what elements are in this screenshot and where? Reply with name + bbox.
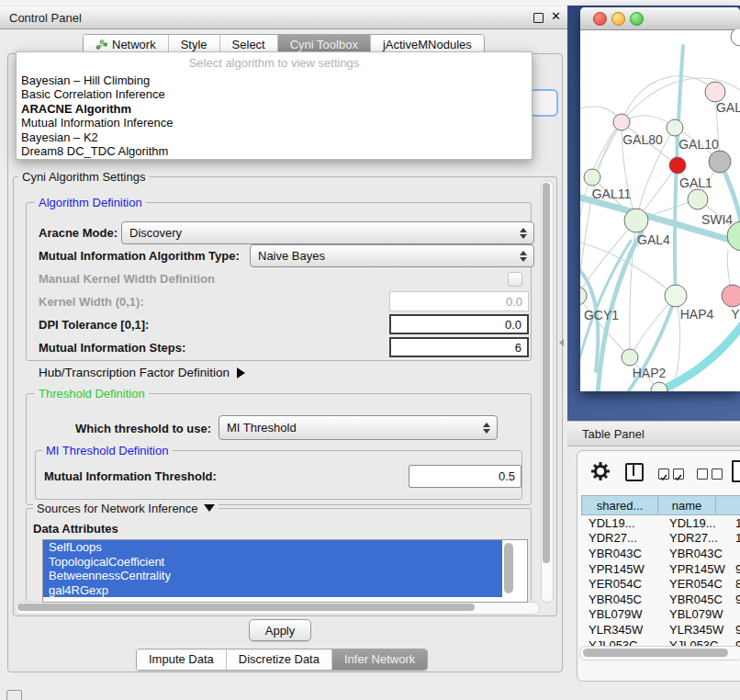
table-cell: YPR145W <box>581 561 664 577</box>
which-threshold-dropdown[interactable]: MI Threshold <box>219 415 498 440</box>
algorithm-option-bayesian-k2[interactable]: Bayesian – K2 <box>17 130 532 144</box>
sources-group-title[interactable]: Sources for Network Inference <box>33 502 219 515</box>
network-node-hap4[interactable] <box>665 285 687 307</box>
mi-type-value: Naive Bayes <box>258 249 325 263</box>
column-header-2[interactable]: name <box>657 495 715 515</box>
table-hscrollbar[interactable] <box>579 646 740 660</box>
network-node[interactable] <box>731 29 740 46</box>
network-node[interactable] <box>709 151 731 173</box>
splitter-collapse-arrow-icon[interactable] <box>559 339 564 346</box>
attribute-item-topologicalcoefficient[interactable]: TopologicalCoefficient <box>43 555 502 570</box>
network-view-window: GALGAL80GAL10GAL11GAL1GAL4SWI4GCY1HAP4YH… <box>580 7 740 391</box>
sources-title-label: Sources for Network Inference <box>37 502 198 515</box>
manual-kernel-checkbox[interactable] <box>508 272 522 287</box>
hub-definition-toggle[interactable]: Hub/Transcription Factor Definition <box>39 366 245 379</box>
tab-label: Impute Data <box>149 649 214 670</box>
table-row[interactable]: YDL19...YDL19...13 <box>581 515 740 531</box>
table-cell: YDL19... <box>664 515 726 531</box>
deselect-all-columns-icon[interactable] <box>697 469 723 480</box>
network-node[interactable] <box>669 157 686 174</box>
table-row[interactable]: YBR043CYBR043C <box>581 546 740 561</box>
algorithm-option-basic-correlation-inference[interactable]: Basic Correlation Inference <box>17 87 532 101</box>
table-cell: YDR27... <box>664 531 726 547</box>
close-traffic-light-icon[interactable] <box>593 12 607 26</box>
tab-impute-data[interactable]: Impute Data <box>137 649 227 670</box>
mi-type-dropdown[interactable]: Naive Bayes <box>250 244 534 267</box>
apply-button[interactable]: Apply <box>249 619 311 641</box>
zoom-traffic-light-icon[interactable] <box>630 12 644 26</box>
table-row[interactable]: YPR145WYPR145W9. <box>581 561 740 577</box>
table-cell: YBR045C <box>664 592 726 607</box>
node-label-hap4: HAP4 <box>680 307 714 322</box>
aracne-mode-value: Discovery <box>129 226 182 240</box>
new-table-page-icon[interactable] <box>732 460 740 482</box>
split-columns-icon[interactable] <box>625 463 644 481</box>
float-window-icon[interactable] <box>533 13 544 23</box>
control-panel-titlebar: Control Panel ✕ <box>0 6 567 29</box>
table-cell: 13 <box>726 515 740 531</box>
mi-threshold-field[interactable]: 0.5 <box>409 465 521 488</box>
network-icon <box>95 40 107 51</box>
dpi-tolerance-field[interactable]: 0.0 <box>389 314 529 334</box>
table-cell: YPR145W <box>664 561 726 577</box>
table-panel-title: Table Panel <box>582 427 645 441</box>
tab-discretize-data[interactable]: Discretize Data <box>227 649 332 670</box>
network-node-hap2[interactable] <box>622 349 638 366</box>
threshold-definition-title: Threshold Definition <box>35 387 149 401</box>
table-row[interactable]: YER054CYER054C8. <box>581 576 740 592</box>
tab-label: Discretize Data <box>239 649 320 670</box>
table-cell: YLR345W <box>581 622 664 638</box>
spinner-arrows-icon <box>520 228 527 239</box>
table-cell: YBL079W <box>581 607 664 623</box>
panel-title: Control Panel <box>9 11 82 25</box>
network-node-gal[interactable] <box>705 82 725 102</box>
algorithm-option-bayesian-hill-climbing[interactable]: Bayesian – Hill Climbing <box>17 73 532 87</box>
algorithm-popup: Select algorithm to view settings Bayesi… <box>16 51 533 160</box>
table-settings-gear-icon[interactable] <box>590 461 611 485</box>
network-node-gal4[interactable] <box>624 209 648 232</box>
node-label-gal: GAL <box>716 100 740 115</box>
settings-hscrollbar[interactable] <box>15 602 540 615</box>
algorithm-combobox-partial[interactable] <box>530 89 558 117</box>
attribute-item-betweennesscentrality[interactable]: BetweennessCentrality <box>43 569 502 583</box>
settings-vscrollbar[interactable] <box>541 180 554 603</box>
node-label-gal80: GAL80 <box>622 132 663 147</box>
attribute-item-gal4rgexp[interactable]: gal4RGexp <box>43 583 502 598</box>
network-node-gcy1[interactable] <box>580 287 587 305</box>
mi-steps-field[interactable]: 6 <box>389 337 529 357</box>
column-header-3[interactable]: A <box>715 495 740 515</box>
table-row[interactable]: YDR27...YDR27...12 <box>581 531 740 547</box>
table-hscrollbar-thumb[interactable] <box>583 649 728 657</box>
table-cell: 8. <box>726 576 740 592</box>
algorithm-option-aracne-algorithm[interactable]: ARACNE Algorithm <box>17 102 532 116</box>
network-node-gal11[interactable] <box>584 169 600 186</box>
kernel-width-field[interactable]: 0.0 <box>389 291 529 311</box>
mi-threshold-label: Mutual Information Threshold: <box>44 469 217 483</box>
aracne-mode-dropdown[interactable]: Discovery <box>121 221 534 244</box>
algorithm-option-mutual-information-inference[interactable]: Mutual Information Inference <box>17 116 532 130</box>
spinner-arrows-icon <box>520 251 527 262</box>
tab-infer-network[interactable]: Infer Network <box>332 649 427 670</box>
column-header-1[interactable]: shared... <box>581 495 657 515</box>
close-icon[interactable]: ✕ <box>551 9 561 23</box>
table-cell: YBL079W <box>664 607 726 623</box>
settings-vscrollbar-thumb[interactable] <box>543 183 550 563</box>
attribute-item-selfloops[interactable]: SelfLoops <box>43 540 502 555</box>
minimized-panel-icon[interactable] <box>6 690 22 700</box>
attr-list-scrollbar-thumb[interactable] <box>504 543 513 593</box>
select-all-columns-icon[interactable] <box>658 469 684 480</box>
table-row[interactable]: YBR045CYBR045C9. <box>581 592 740 607</box>
node-label-gcy1: GCY1 <box>584 308 619 322</box>
algorithm-option-dream8-dc-tdc-algorithm[interactable]: Dream8 DC_TDC Algorithm <box>17 144 532 158</box>
table-row[interactable]: YLR345WYLR345W9. <box>581 622 740 638</box>
table-cell: YDL19... <box>581 515 664 531</box>
network-node-gal80[interactable] <box>613 114 630 130</box>
network-node-gal10[interactable] <box>667 119 683 136</box>
settings-hscrollbar-thumb[interactable] <box>17 604 475 611</box>
table-row[interactable]: YBL079WYBL079W <box>581 607 740 623</box>
network-canvas[interactable]: GALGAL80GAL10GAL11GAL1GAL4SWI4GCY1HAP4YH… <box>580 29 740 391</box>
minimize-traffic-light-icon[interactable] <box>611 12 625 26</box>
network-node-y[interactable] <box>722 285 740 307</box>
network-window-titlebar[interactable] <box>580 7 740 30</box>
network-node-gal1[interactable] <box>688 189 708 209</box>
